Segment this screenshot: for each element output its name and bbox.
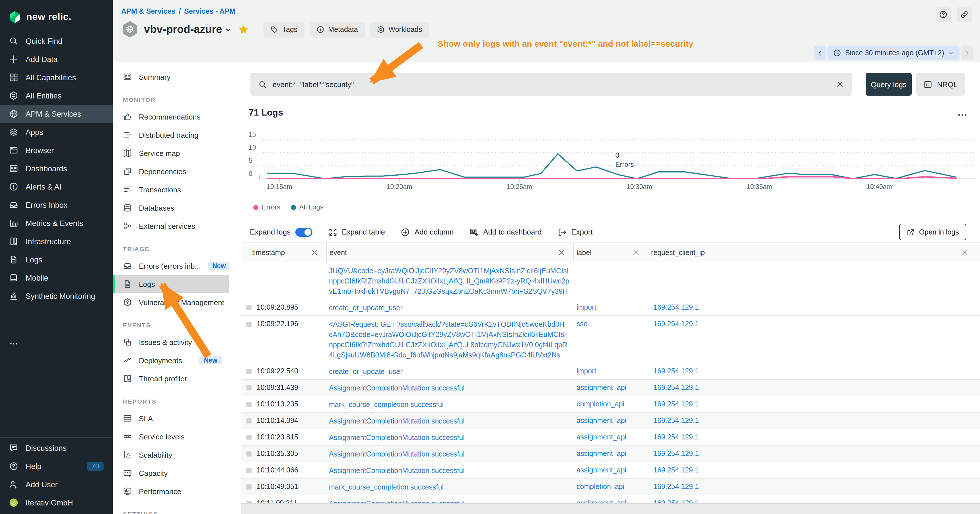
subnav-item-service-map[interactable]: Service map xyxy=(113,144,229,162)
clear-search-icon[interactable] xyxy=(836,80,844,88)
expand-logs-toggle[interactable]: Expand logs xyxy=(250,228,312,237)
table-row[interactable]: 10:09:31.439 AssignmentCompletionMutatio… xyxy=(241,380,980,396)
log-ip-link[interactable]: 169.254.129.1 xyxy=(653,433,699,441)
entity-title[interactable]: vbv-prod-azure xyxy=(144,23,232,36)
log-event-link[interactable]: create_or_update_user xyxy=(329,367,563,377)
sidebar-item-add-data[interactable]: Add Data xyxy=(0,50,113,68)
time-back-button[interactable] xyxy=(814,46,826,60)
row-indicator-icon[interactable] xyxy=(247,451,251,457)
log-event-link[interactable]: AssignmentCompletionMutation successful xyxy=(329,499,563,503)
subnav-item-capacity[interactable]: Capacity xyxy=(113,464,229,482)
log-label-link[interactable]: import xyxy=(576,303,596,311)
logs-timeseries-chart[interactable]: 05101510:15am10:20am10:25am10:30am10:35a… xyxy=(248,130,976,191)
column-header-event[interactable]: event xyxy=(326,243,573,262)
tags-button[interactable]: Tags xyxy=(264,22,304,37)
subnav-item-service-levels[interactable]: Service levels xyxy=(113,428,229,446)
log-event-link[interactable]: nppcCI6IkRlZmxhdGUiLCJzZXIiOiIxLjAifQ..I… xyxy=(329,276,563,286)
log-search-field[interactable] xyxy=(250,73,852,95)
log-label-link[interactable]: assignment_api xyxy=(576,433,626,441)
log-event-link[interactable]: AssignmentCompletionMutation successful xyxy=(329,466,563,476)
log-event-link[interactable]: vE1moHpkhokTVBvguN7_72JtGzGsqxZpn2OaKc3n… xyxy=(329,286,563,296)
panel-menu-icon[interactable] xyxy=(957,110,967,120)
sidebar-item-quick-find[interactable]: Quick Find xyxy=(0,32,113,50)
subnav-item-scalability[interactable]: Scalability xyxy=(113,446,229,464)
time-range-button[interactable]: Since 30 minutes ago (GMT+2) xyxy=(827,46,959,60)
time-forward-button[interactable] xyxy=(961,46,973,60)
subnav-item-issues-activity[interactable]: Issues & activity xyxy=(113,333,229,351)
log-ip-link[interactable]: 169.254.129.1 xyxy=(653,384,699,391)
log-label-link[interactable]: assignment_api xyxy=(576,417,626,425)
subnav-item-thread-profiler[interactable]: Thread profiler xyxy=(113,369,229,388)
table-row[interactable]: 10:10:13.235 mark_course_completion succ… xyxy=(241,396,980,413)
log-label-link[interactable]: assignment_api xyxy=(576,450,626,458)
subnav-item-performance[interactable]: Performance xyxy=(113,482,229,500)
toggle-on-icon[interactable] xyxy=(295,228,312,237)
log-ip-link[interactable]: 169.254.129.1 xyxy=(653,320,699,328)
row-indicator-icon[interactable] xyxy=(247,501,251,503)
log-ip-link[interactable]: 169.254.129.1 xyxy=(653,417,699,425)
sidebar-item-alerts-ai[interactable]: Alerts & AI xyxy=(0,178,113,196)
subnav-item-errors-errors-inb-[interactable]: Errors (errors inb... New xyxy=(113,257,229,275)
open-in-logs-button[interactable]: Open in logs xyxy=(899,224,966,240)
row-indicator-icon[interactable] xyxy=(247,435,251,440)
log-label-link[interactable]: assignment_api xyxy=(576,466,626,474)
breadcrumb-services-apm[interactable]: Services - APM xyxy=(184,7,235,15)
log-event-link[interactable]: AssignmentCompletionMutation successful xyxy=(329,416,563,426)
log-label-link[interactable]: sso xyxy=(576,320,588,328)
log-label-link[interactable]: completion_api xyxy=(576,483,624,491)
table-row[interactable]: JUQVU&code=eyJraWQiOiJjcGltY29yZV8wOTI1M… xyxy=(241,263,980,299)
metadata-button[interactable]: Metadata xyxy=(309,22,364,37)
subnav-item-external-services[interactable]: External services xyxy=(113,217,229,235)
row-indicator-icon[interactable] xyxy=(247,385,251,390)
log-ip-link[interactable]: 169.254.129.1 xyxy=(653,483,699,491)
copy-link-button[interactable] xyxy=(957,7,972,22)
subnav-item-summary[interactable]: Summary xyxy=(113,68,229,86)
help-button[interactable] xyxy=(935,7,951,22)
log-search-input[interactable] xyxy=(273,80,830,89)
log-ip-link[interactable]: 169.254.129.1 xyxy=(653,466,699,474)
sidebar-item-infrastructure[interactable]: Infrastructure xyxy=(0,232,113,250)
sidebar-item-all-capabilities[interactable]: All Capabilities xyxy=(0,68,113,86)
table-row[interactable]: 10:10:49.051 mark_course_completion succ… xyxy=(241,479,980,495)
favorite-star-icon[interactable] xyxy=(239,24,249,35)
sidebar-item-apm-services[interactable]: APM & Services xyxy=(0,105,113,123)
table-row[interactable]: 10:10:23.815 AssignmentCompletionMutatio… xyxy=(241,429,980,446)
log-event-link[interactable]: AssignmentCompletionMutation successful xyxy=(329,433,563,443)
row-indicator-icon[interactable] xyxy=(247,305,251,310)
table-row[interactable]: 10:11:00.311 AssignmentCompletionMutatio… xyxy=(241,495,980,503)
sidebar-item-discussions[interactable]: Discussions xyxy=(0,439,113,457)
column-header-timestamp[interactable]: timestamp xyxy=(241,243,326,262)
subnav-item-dependencies[interactable]: Dependencies xyxy=(113,162,229,180)
table-row[interactable]: 10:09:22.196 <ASGIRequest: GET '/sso/cal… xyxy=(241,316,980,363)
table-scrollbar[interactable] xyxy=(241,503,980,514)
log-event-link[interactable]: create_or_update_user xyxy=(329,303,563,313)
log-ip-link[interactable]: 169.254.129.1 xyxy=(653,499,699,503)
log-ip-link[interactable]: 169.254.129.1 xyxy=(653,450,699,458)
log-event-link[interactable]: AssignmentCompletionMutation successful xyxy=(329,383,563,393)
sidebar-item-browser[interactable]: Browser xyxy=(0,141,113,159)
row-indicator-icon[interactable] xyxy=(247,321,251,327)
sidebar-item-mobile[interactable]: Mobile xyxy=(0,269,113,287)
log-ip-link[interactable]: 169.254.129.1 xyxy=(653,400,699,408)
subnav-item-transactions[interactable]: Transactions xyxy=(113,180,229,199)
remove-column-icon[interactable] xyxy=(632,249,640,256)
log-label-link[interactable]: completion_api xyxy=(576,400,624,408)
log-event-link[interactable]: cAh7D&code=eyJraWQiOiJjcGltY29yZV8wOTI1M… xyxy=(329,329,563,340)
brand[interactable]: new relic. xyxy=(0,0,113,32)
legend-item-all-logs[interactable]: All Logs xyxy=(291,203,323,211)
sidebar-item-logs[interactable]: Logs xyxy=(0,250,113,269)
subnav-item-databases[interactable]: Databases xyxy=(113,199,229,217)
row-indicator-icon[interactable] xyxy=(247,402,251,407)
table-row[interactable]: 10:10:14.094 AssignmentCompletionMutatio… xyxy=(241,413,980,429)
sidebar-item-errors-inbox[interactable]: Errors Inbox xyxy=(0,196,113,214)
query-logs-button[interactable]: Query logs xyxy=(865,73,912,95)
add-to-dashboard-button[interactable]: Add to dashboard xyxy=(469,228,541,237)
sidebar-item-dashboards[interactable]: Dashboards xyxy=(0,159,113,178)
table-row[interactable]: 10:09:22.540 create_or_update_user impor… xyxy=(241,363,980,380)
row-indicator-icon[interactable] xyxy=(247,484,251,490)
row-indicator-icon[interactable] xyxy=(247,369,251,374)
table-row[interactable]: 10:09:20.895 create_or_update_user impor… xyxy=(241,299,980,316)
sidebar-item-iterativ-gmbh[interactable]: Iterativ GmbH xyxy=(0,493,113,512)
log-label-link[interactable]: assignment_api xyxy=(576,384,626,391)
log-ip-link[interactable]: 169.254.129.1 xyxy=(653,303,699,311)
